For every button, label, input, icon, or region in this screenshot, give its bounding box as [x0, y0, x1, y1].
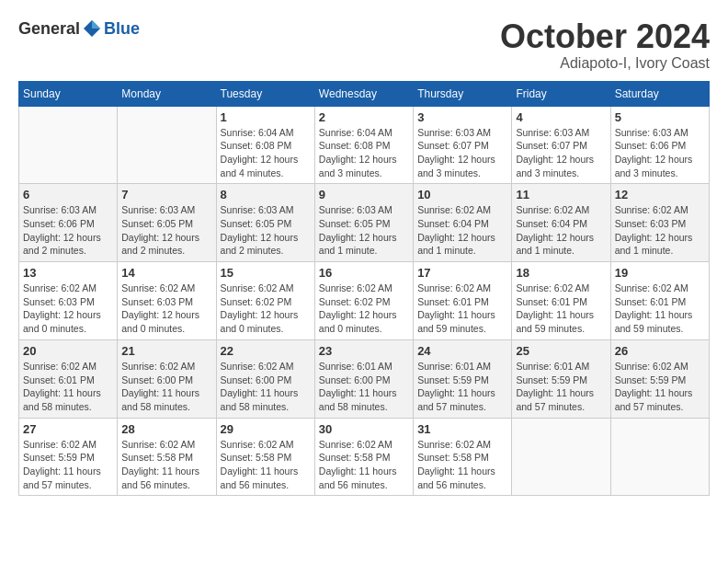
calendar-day-cell: 22Sunrise: 6:02 AM Sunset: 6:00 PM Dayli… [216, 339, 314, 418]
day-number: 21 [121, 344, 211, 358]
day-number: 8 [221, 188, 311, 201]
calendar-day-cell: 18Sunrise: 6:02 AM Sunset: 6:01 PM Dayli… [512, 262, 610, 340]
calendar-day-cell: 28Sunrise: 6:02 AM Sunset: 5:58 PM Dayli… [118, 418, 216, 496]
calendar-day-cell: 19Sunrise: 6:02 AM Sunset: 6:01 PM Dayli… [610, 262, 709, 340]
calendar-day-cell: 20Sunrise: 6:02 AM Sunset: 6:01 PM Dayli… [19, 339, 118, 418]
day-number: 16 [319, 266, 409, 280]
logo-container: General Blue [18, 18, 140, 39]
day-info: Sunrise: 6:02 AM Sunset: 5:59 PM Dayligh… [615, 360, 705, 414]
day-info: Sunrise: 6:02 AM Sunset: 5:58 PM Dayligh… [121, 438, 211, 492]
day-info: Sunrise: 6:04 AM Sunset: 6:08 PM Dayligh… [221, 126, 311, 180]
svg-marker-1 [92, 20, 100, 29]
calendar-day-cell: 10Sunrise: 6:02 AM Sunset: 6:04 PM Dayli… [414, 184, 512, 262]
day-info: Sunrise: 6:02 AM Sunset: 6:00 PM Dayligh… [121, 360, 211, 414]
day-number: 25 [516, 344, 606, 358]
calendar-day-cell: 27Sunrise: 6:02 AM Sunset: 5:59 PM Dayli… [19, 418, 118, 496]
day-number: 17 [417, 266, 507, 280]
calendar-day-header: Tuesday [216, 81, 314, 106]
calendar-day-cell: 26Sunrise: 6:02 AM Sunset: 5:59 PM Dayli… [610, 339, 709, 418]
location: Adiapoto-I, Ivory Coast [500, 55, 710, 72]
calendar-day-header: Friday [512, 81, 610, 106]
calendar-day-cell: 21Sunrise: 6:02 AM Sunset: 6:00 PM Dayli… [118, 339, 216, 418]
day-info: Sunrise: 6:02 AM Sunset: 6:03 PM Dayligh… [121, 282, 211, 336]
title-section: October 2024 Adiapoto-I, Ivory Coast [500, 18, 710, 72]
calendar-day-cell: 25Sunrise: 6:01 AM Sunset: 5:59 PM Dayli… [512, 339, 610, 418]
day-info: Sunrise: 6:01 AM Sunset: 5:59 PM Dayligh… [516, 360, 606, 414]
day-number: 10 [417, 188, 507, 201]
day-number: 2 [319, 110, 409, 124]
calendar-week-row: 20Sunrise: 6:02 AM Sunset: 6:01 PM Dayli… [19, 339, 710, 418]
day-info: Sunrise: 6:03 AM Sunset: 6:07 PM Dayligh… [417, 126, 507, 180]
calendar-day-header: Wednesday [314, 81, 413, 106]
day-info: Sunrise: 6:02 AM Sunset: 6:01 PM Dayligh… [615, 282, 705, 336]
calendar-day-cell: 13Sunrise: 6:02 AM Sunset: 6:03 PM Dayli… [19, 262, 118, 340]
calendar-day-cell: 4Sunrise: 6:03 AM Sunset: 6:07 PM Daylig… [512, 106, 610, 184]
calendar-day-cell: 29Sunrise: 6:02 AM Sunset: 5:58 PM Dayli… [216, 418, 314, 496]
calendar-day-cell: 15Sunrise: 6:02 AM Sunset: 6:02 PM Dayli… [216, 262, 314, 340]
calendar-day-cell: 9Sunrise: 6:03 AM Sunset: 6:05 PM Daylig… [314, 184, 413, 262]
day-info: Sunrise: 6:03 AM Sunset: 6:07 PM Dayligh… [516, 126, 606, 180]
day-number: 18 [516, 266, 606, 280]
day-number: 15 [221, 266, 311, 280]
day-info: Sunrise: 6:01 AM Sunset: 6:00 PM Dayligh… [319, 360, 409, 414]
day-number: 29 [221, 422, 311, 436]
day-number: 11 [516, 188, 606, 201]
day-info: Sunrise: 6:02 AM Sunset: 6:04 PM Dayligh… [417, 203, 507, 258]
calendar-week-row: 1Sunrise: 6:04 AM Sunset: 6:08 PM Daylig… [19, 106, 710, 184]
calendar-day-header: Thursday [414, 81, 512, 106]
day-number: 26 [615, 344, 705, 358]
calendar-day-cell: 24Sunrise: 6:01 AM Sunset: 5:59 PM Dayli… [414, 339, 512, 418]
day-info: Sunrise: 6:02 AM Sunset: 6:00 PM Dayligh… [221, 360, 311, 414]
calendar-day-cell: 6Sunrise: 6:03 AM Sunset: 6:06 PM Daylig… [19, 184, 118, 262]
day-number: 24 [417, 344, 507, 358]
day-number: 13 [23, 266, 113, 280]
calendar-day-cell: 23Sunrise: 6:01 AM Sunset: 6:00 PM Dayli… [314, 339, 413, 418]
calendar-day-cell: 3Sunrise: 6:03 AM Sunset: 6:07 PM Daylig… [414, 106, 512, 184]
day-number: 22 [221, 344, 311, 358]
day-info: Sunrise: 6:02 AM Sunset: 6:01 PM Dayligh… [417, 282, 507, 336]
logo-icon [82, 18, 102, 39]
calendar-day-cell: 30Sunrise: 6:02 AM Sunset: 5:58 PM Dayli… [314, 418, 413, 496]
day-info: Sunrise: 6:03 AM Sunset: 6:06 PM Dayligh… [615, 126, 705, 180]
day-info: Sunrise: 6:03 AM Sunset: 6:06 PM Dayligh… [23, 203, 113, 258]
day-info: Sunrise: 6:02 AM Sunset: 5:58 PM Dayligh… [319, 438, 409, 492]
logo-blue-text: Blue [104, 19, 140, 39]
day-number: 23 [319, 344, 409, 358]
day-number: 19 [615, 266, 705, 280]
day-info: Sunrise: 6:02 AM Sunset: 6:03 PM Dayligh… [23, 282, 113, 336]
calendar-day-header: Saturday [610, 81, 709, 106]
day-info: Sunrise: 6:03 AM Sunset: 6:05 PM Dayligh… [319, 203, 409, 258]
day-number: 1 [221, 110, 311, 124]
day-info: Sunrise: 6:04 AM Sunset: 6:08 PM Dayligh… [319, 126, 409, 180]
calendar-week-row: 27Sunrise: 6:02 AM Sunset: 5:59 PM Dayli… [19, 418, 710, 496]
day-info: Sunrise: 6:02 AM Sunset: 5:58 PM Dayligh… [417, 438, 507, 492]
day-info: Sunrise: 6:02 AM Sunset: 5:58 PM Dayligh… [221, 438, 311, 492]
calendar-day-cell: 2Sunrise: 6:04 AM Sunset: 6:08 PM Daylig… [314, 106, 413, 184]
day-info: Sunrise: 6:03 AM Sunset: 6:05 PM Dayligh… [121, 203, 211, 258]
calendar-day-cell [610, 418, 709, 496]
calendar-table: SundayMondayTuesdayWednesdayThursdayFrid… [18, 81, 710, 497]
calendar-day-cell: 7Sunrise: 6:03 AM Sunset: 6:05 PM Daylig… [118, 184, 216, 262]
day-info: Sunrise: 6:02 AM Sunset: 5:59 PM Dayligh… [23, 438, 113, 492]
calendar-day-header: Sunday [19, 81, 118, 106]
calendar-day-cell [118, 106, 216, 184]
day-number: 20 [23, 344, 113, 358]
day-number: 14 [121, 266, 211, 280]
calendar-day-cell: 14Sunrise: 6:02 AM Sunset: 6:03 PM Dayli… [118, 262, 216, 340]
calendar-day-cell [19, 106, 118, 184]
calendar-day-cell: 17Sunrise: 6:02 AM Sunset: 6:01 PM Dayli… [414, 262, 512, 340]
day-info: Sunrise: 6:01 AM Sunset: 5:59 PM Dayligh… [417, 360, 507, 414]
day-info: Sunrise: 6:02 AM Sunset: 6:04 PM Dayligh… [516, 203, 606, 258]
calendar-day-header: Monday [118, 81, 216, 106]
day-number: 31 [417, 422, 507, 436]
day-number: 5 [615, 110, 705, 124]
logo: General Blue [18, 18, 140, 39]
calendar-day-cell [512, 418, 610, 496]
calendar-day-cell: 16Sunrise: 6:02 AM Sunset: 6:02 PM Dayli… [314, 262, 413, 340]
calendar-day-cell: 31Sunrise: 6:02 AM Sunset: 5:58 PM Dayli… [414, 418, 512, 496]
calendar-day-cell: 11Sunrise: 6:02 AM Sunset: 6:04 PM Dayli… [512, 184, 610, 262]
day-number: 9 [319, 188, 409, 201]
day-info: Sunrise: 6:03 AM Sunset: 6:05 PM Dayligh… [221, 203, 311, 258]
day-number: 4 [516, 110, 606, 124]
calendar-day-cell: 12Sunrise: 6:02 AM Sunset: 6:03 PM Dayli… [610, 184, 709, 262]
